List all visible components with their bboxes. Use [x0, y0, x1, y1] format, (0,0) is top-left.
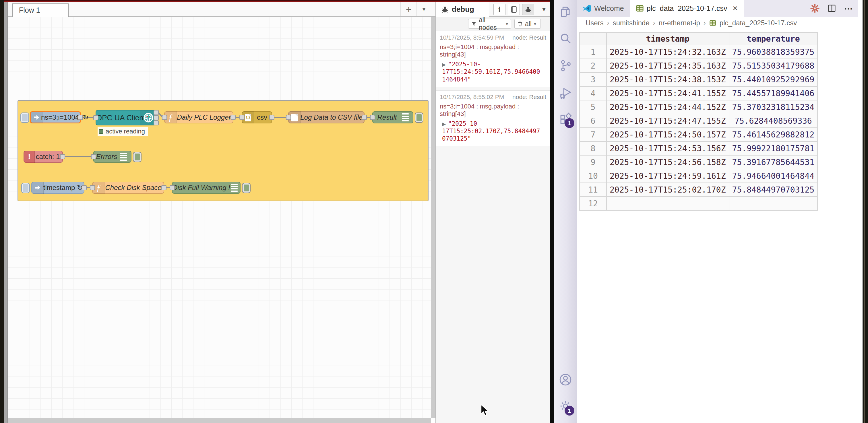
split-editor-icon[interactable] [828, 4, 836, 12]
node-inject-timestamp[interactable]: timestamp ↻ [31, 182, 84, 194]
output-port-2[interactable] [154, 115, 159, 120]
screen: Flow 1 + ▾ [0, 0, 868, 423]
input-port[interactable] [93, 115, 98, 120]
mouse-cursor [480, 404, 491, 417]
csv-table-container: timestamptemperature 12025-10-17T15:24:3… [579, 32, 818, 210]
node-debug-errors[interactable]: Errrors [93, 151, 131, 163]
debug-toggle-button[interactable] [242, 183, 251, 193]
breadcrumb-item[interactable]: Users [586, 19, 603, 27]
node-label: Errrors [94, 153, 119, 161]
debug-message-meta: 10/17/2025, 8:55:02 PMnode: Result [440, 94, 546, 100]
expand-caret-icon[interactable]: ▶ [442, 62, 446, 67]
input-port[interactable] [370, 115, 375, 120]
node-check-disk-space[interactable]: ƒ Check Disk Space [92, 182, 164, 194]
output-port[interactable] [60, 154, 65, 159]
input-port[interactable] [169, 185, 175, 190]
vscode-window: 1 1 [554, 0, 863, 423]
input-port[interactable] [162, 115, 167, 120]
chevron-right-icon: › [607, 19, 609, 27]
node-debug-disk-full-warning[interactable]: Disk Full Warning ! [172, 182, 241, 194]
node-daily-plc-logger[interactable]: ƒ Daily PLC Logger [164, 111, 234, 123]
info-button[interactable]: i [493, 4, 505, 15]
flow-list-caret-icon[interactable]: ▾ [416, 2, 431, 17]
inject-trigger-button[interactable] [21, 183, 30, 193]
csv-table-row: 112025-10-17T15:25:02.170Z75.84844970703… [580, 183, 817, 197]
explorer-icon[interactable] [559, 5, 572, 19]
account-icon[interactable] [559, 373, 572, 386]
breadcrumb-item[interactable]: plc_data_2025-10-17.csv [720, 19, 797, 27]
node-opcua-client[interactable]: OPC UA Client [96, 110, 156, 125]
node-inject-opc[interactable]: ns=3;i=1004: ↻ [30, 111, 81, 123]
status-text: active reading [105, 128, 145, 135]
expand-caret-icon[interactable]: ▶ [442, 121, 446, 127]
add-flow-button[interactable]: + [400, 2, 417, 17]
help-book-button[interactable] [508, 4, 520, 15]
breadcrumb: Users › sumitshinde › nr-ethernet-ip › p… [577, 17, 858, 29]
output-port-3[interactable] [154, 120, 159, 125]
tab-plc-data-csv[interactable]: plc_data_2025-10-17.csv ✕ [630, 0, 744, 17]
node-csv[interactable]: 1,2 csv [242, 111, 272, 123]
sidebar-tabrow: debug i ▾ [436, 2, 550, 17]
tab-close-icon[interactable]: ✕ [733, 5, 738, 12]
input-port[interactable] [286, 115, 291, 120]
csv-row-number: 2 [580, 59, 607, 73]
breadcrumb-item[interactable]: sumitshinde [613, 19, 650, 27]
filter-funnel-icon [471, 21, 476, 26]
output-port-1[interactable] [154, 110, 159, 115]
input-port[interactable] [90, 185, 95, 190]
breadcrumb-item[interactable]: nr-ethernet-ip [659, 19, 700, 27]
flow-canvas[interactable]: ns=3;i=1004: ↻ OPC UA Client [8, 17, 431, 418]
more-actions-icon[interactable]: ⋯ [844, 3, 854, 13]
node-log-to-csv-file[interactable]: Log Data to CSV file [288, 111, 365, 123]
debug-message-meta: 10/17/2025, 8:54:59 PMnode: Result [440, 34, 546, 41]
debug-clear-button[interactable]: all ▾ [515, 19, 541, 29]
wires-layer [8, 17, 431, 418]
output-port[interactable] [269, 115, 274, 120]
input-port[interactable] [91, 154, 96, 159]
debug-pane-button[interactable] [522, 4, 534, 15]
extensions-icon[interactable]: 1 [559, 112, 572, 125]
output-port[interactable] [78, 115, 83, 120]
debug-toggle-button[interactable] [415, 112, 423, 123]
csv-cell-timestamp: 2025-10-17T15:24:35.163Z [607, 59, 729, 73]
sidebar-menu-caret-icon[interactable]: ▾ [539, 4, 549, 15]
debug-toggle-button[interactable] [133, 152, 142, 162]
flow-tab[interactable]: Flow 1 [12, 3, 69, 17]
node-label: Disk Full Warning ! [173, 184, 230, 192]
desktop-edge-left [0, 0, 4, 423]
inject-trigger-button[interactable] [20, 112, 29, 123]
csv-table-row: 82025-10-17T15:24:53.156Z75.999221801757… [580, 141, 817, 155]
csv-table-row: 102025-10-17T15:24:59.161Z75.94664001464… [580, 169, 817, 183]
node-catch[interactable]: ! catch: 1 [24, 151, 63, 163]
canvas-vertical-scrollbar[interactable] [431, 17, 435, 418]
sidebar-tab-debug[interactable]: debug [436, 2, 489, 17]
input-port[interactable] [239, 115, 245, 120]
csv-cell-timestamp: 2025-10-17T15:24:50.157Z [607, 128, 729, 141]
csv-row-number: 4 [580, 86, 607, 100]
inject-arrow-icon [32, 182, 43, 194]
tab-actions: ⋯ [810, 0, 854, 17]
debug-message: 10/17/2025, 8:54:59 PMnode: Resultns=3;i… [436, 31, 550, 87]
csv-corner-cell [580, 32, 607, 45]
output-port[interactable] [362, 115, 367, 120]
csv-cell-timestamp: 2025-10-17T15:24:32.163Z [607, 45, 729, 59]
debug-filter-button[interactable]: all nodes ▾ [468, 19, 511, 29]
rainbow-csv-starburst-icon[interactable] [810, 4, 819, 13]
output-port[interactable] [230, 115, 236, 120]
source-control-icon[interactable] [559, 59, 572, 72]
debug-message-node: node: Result [513, 94, 546, 100]
output-port[interactable] [82, 185, 87, 190]
canvas-horizontal-scrollbar[interactable] [8, 418, 431, 423]
search-icon[interactable] [559, 32, 572, 45]
output-port[interactable] [161, 185, 166, 190]
settings-gear-icon[interactable]: 1 [559, 399, 572, 413]
tab-welcome[interactable]: Welcome [577, 0, 630, 17]
tab-label: plc_data_2025-10-17.csv [647, 4, 727, 12]
run-debug-icon[interactable] [559, 86, 572, 99]
csv-cell-temperature: 75.84844970703125 [729, 183, 818, 197]
debug-list-icon [231, 184, 238, 192]
node-debug-result[interactable]: Result [372, 111, 413, 123]
inject-arrow-icon [31, 111, 42, 123]
extensions-badge: 1 [565, 118, 575, 128]
csv-table-head: timestamptemperature [580, 32, 817, 45]
